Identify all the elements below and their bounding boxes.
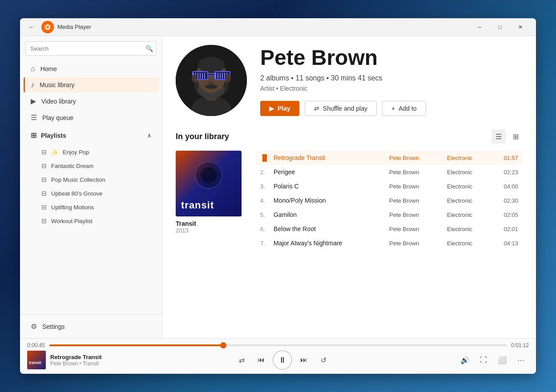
back-icon: ← [28,24,35,31]
track-duration: 04:13 [496,240,518,247]
grid-view-button[interactable]: ⊞ [508,129,523,144]
track-artist: Pete Brown [389,212,447,218]
track-genre: Electronic [447,240,496,247]
volume-button[interactable]: 🔊 [457,352,473,368]
enjoy-pop-label: Enjoy Pop [63,149,89,156]
track-genre: Electronic [447,226,496,232]
previous-button[interactable]: ⏮ [253,352,269,368]
sidebar-bottom: ⚙ Settings [20,314,162,338]
repeat-button[interactable]: ↺ [315,352,331,368]
table-row[interactable]: 3. Polaris C Pete Brown Electronic 04:00 [256,179,523,193]
maximize-button[interactable]: □ [490,20,510,34]
track-genre: Electronic [447,197,496,204]
table-row[interactable]: 7. Major Atway's Nightmare Pete Brown El… [256,236,523,250]
track-genre: Electronic [447,169,496,176]
add-to-button[interactable]: + Add to [382,101,426,116]
playlist-collection-icon: ⊞ [31,131,36,140]
playlist-item-enjoy-pop[interactable]: ⊟ ✨ Enjoy Pop [24,145,158,159]
minimize-button[interactable]: ─ [469,20,490,34]
next-button[interactable]: ⏭ [296,352,312,368]
miniplayer-icon: ⬜ [498,356,507,364]
track-title: Retrograde Transit [274,154,389,161]
playback-bar: 0:00:45 0:01:12 [20,338,536,374]
track-title: Gamilon [274,211,389,218]
svg-point-27 [192,74,197,82]
playlist-item-workout-playlist[interactable]: ⊟ Workout Playlist [24,214,158,228]
more-options-button[interactable]: ⋯ [513,352,529,368]
playlist-item-pop-music[interactable]: ⊟ Pop Music Collection [24,173,158,186]
list-view-button[interactable]: ☰ [492,129,506,144]
enjoy-pop-sparkle: ✨ [51,149,58,156]
sidebar-item-video-library[interactable]: ▶ Video library [24,93,158,109]
svg-point-1 [46,26,49,28]
sidebar-item-home[interactable]: ⌂ Home [24,61,158,76]
fullscreen-icon: ⛶ [480,356,487,364]
playlist-item-fantastic-dream[interactable]: ⊟ Fantastic Dream [24,159,158,172]
search-icon: 🔍 [145,45,153,52]
artist-name: Pete Brown [260,45,523,70]
sidebar-item-play-queue[interactable]: ☰ Play queue [24,110,158,125]
video-library-icon: ▶ [31,97,36,105]
track-genre: Electronic [447,155,496,161]
sidebar-item-settings[interactable]: ⚙ Settings [24,319,158,334]
album-cover: transit Transit 2013 [176,151,247,250]
music-library-label: Music library [40,81,75,88]
track-title: Mono/Poly Mission [274,197,389,204]
playlists-label: Playlists [41,132,66,139]
pause-button[interactable]: ⏸ [273,350,292,370]
now-playing: transit Retrograde Transit Pete Brown • … [27,351,116,369]
controls-area: transit Retrograde Transit Pete Brown • … [27,350,529,370]
music-logo-icon [44,24,51,31]
playlists-section-header[interactable]: ⊞ Playlists ∧ [24,127,158,144]
library-section: In your library ☰ ⊞ [176,129,523,250]
playlist-icon-workout: ⊟ [41,217,47,224]
fantastic-dream-label: Fantastic Dream [51,163,93,169]
playlist-item-uplifting-motions[interactable]: ⊟ Uplifting Motions [24,200,158,214]
artist-header: Pete Brown 2 albums • 11 songs • 30 mins… [176,45,523,116]
svg-text:transit: transit [29,360,41,365]
playback-controls: ⇄ ⏮ ⏸ ⏭ ↺ [120,350,445,370]
current-time: 0:00:45 [27,342,45,348]
np-info: Retrograde Transit Pete Brown • Transit [50,354,102,367]
track-artist: Pete Brown [389,226,447,232]
workout-playlist-label: Workout Playlist [51,218,93,224]
table-row[interactable]: 2. Perigee Pete Brown Electronic 02:23 [256,165,523,179]
table-row[interactable]: 5. Gamilon Pete Brown Electronic 02:05 [256,208,523,222]
tracks-list: ▐▌ Retrograde Transit Pete Brown Electro… [256,151,523,250]
track-number: 6. [260,226,274,232]
np-title: Retrograde Transit [50,354,102,360]
track-duration: 04:00 [496,183,518,190]
table-row[interactable]: ▐▌ Retrograde Transit Pete Brown Electro… [256,151,523,165]
shuffle-btn-icon: ⇄ [239,356,245,364]
track-number: ▐▌ [260,154,274,161]
track-title: Below the Root [274,225,389,232]
shuffle-play-button[interactable]: ⇄ Shuffle and play [305,101,377,116]
table-row[interactable]: 4. Mono/Poly Mission Pete Brown Electron… [256,193,523,208]
album-and-tracks: transit Transit 2013 ▐▌ Retrograde Tran [176,151,523,250]
shuffle-button[interactable]: ⇄ [234,352,250,368]
track-genre: Electronic [447,212,496,218]
fullscreen-button[interactable]: ⛶ [475,352,492,368]
play-icon: ▶ [269,105,274,112]
play-button[interactable]: ▶ Play [260,101,299,116]
close-button[interactable]: ✕ [510,20,531,34]
library-header: In your library ☰ ⊞ [176,129,523,144]
track-genre: Electronic [447,183,496,190]
track-duration: 02:01 [496,226,518,232]
progress-track[interactable] [49,344,507,346]
track-number: 5. [260,212,274,218]
progress-fill [49,344,223,346]
playlist-item-upbeat-groove[interactable]: ⊟ Upbeat 80's Groove [24,187,158,200]
library-title: In your library [176,132,229,141]
track-artist: Pete Brown [389,240,447,247]
search-input[interactable] [25,41,157,56]
sidebar-item-music-library[interactable]: ♪ Music library [24,77,158,92]
volume-icon: 🔊 [460,356,469,364]
uplifting-motions-label: Uplifting Motions [51,204,94,211]
miniplayer-button[interactable]: ⬜ [494,352,510,368]
avatar-placeholder [176,45,247,116]
play-queue-label: Play queue [42,114,73,121]
table-row[interactable]: 6. Below the Root Pete Brown Electronic … [256,222,523,236]
back-button[interactable]: ← [25,21,38,33]
playlist-icon-pop-music: ⊟ [41,176,47,183]
